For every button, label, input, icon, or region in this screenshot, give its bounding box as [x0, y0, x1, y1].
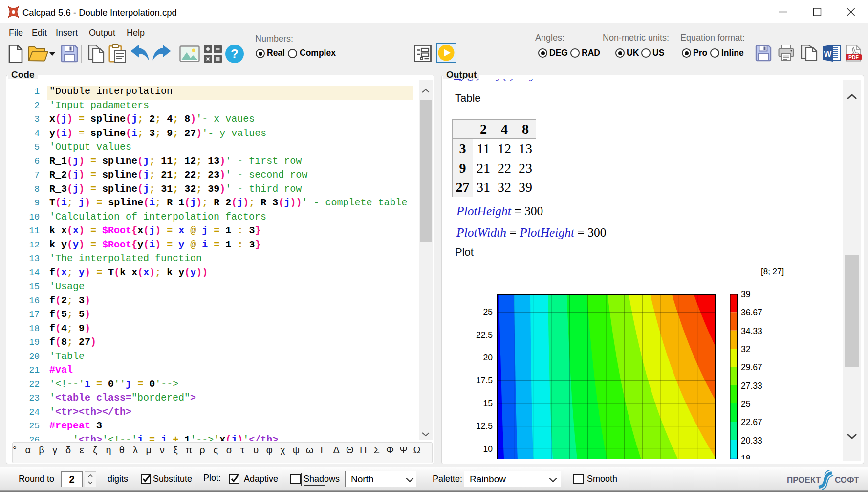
- svg-text:?: ?: [231, 46, 239, 61]
- svg-text:PDF: PDF: [848, 54, 859, 60]
- svg-text:W: W: [824, 49, 832, 59]
